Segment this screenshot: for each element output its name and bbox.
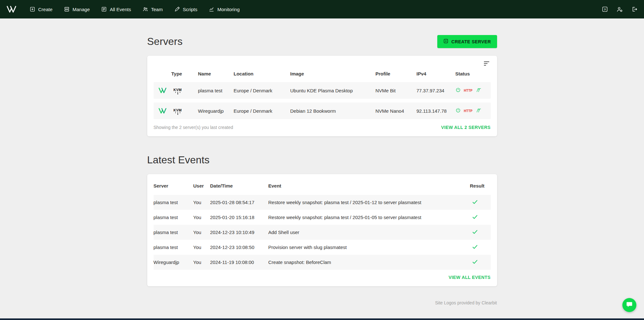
server-location: Europe / Denmark	[234, 108, 290, 114]
webdock-logo-icon	[6, 5, 17, 13]
event-server: plasma test	[154, 215, 193, 220]
top-navbar: Create Manage All Events	[0, 0, 644, 18]
main-content: Servers CREATE SERVER Type Name Location…	[147, 35, 497, 286]
view-all-servers-link[interactable]: VIEW ALL 2 SERVERS	[441, 125, 491, 130]
event-description: Add Shell user	[268, 230, 470, 235]
servers-card-footer: Showing the 2 server(s) you last created…	[154, 125, 491, 130]
nav-item-label: Team	[151, 7, 163, 12]
col-datetime: Date/Time	[210, 183, 268, 188]
success-check-icon	[472, 229, 478, 236]
servers-header: Servers CREATE SERVER	[147, 35, 497, 48]
server-row[interactable]: KVM Wireguardjp Europe / Denmark Debian …	[154, 103, 491, 119]
event-result	[470, 199, 491, 206]
http-status-badge: HTTP	[464, 89, 473, 92]
server-name: Wireguardjp	[198, 108, 234, 114]
event-server: plasma test	[154, 245, 193, 250]
team-icon	[142, 6, 148, 12]
server-brand-logo-icon	[154, 87, 171, 94]
server-profile: NVMe Nano4	[376, 108, 417, 114]
create-server-button[interactable]: CREATE SERVER	[437, 35, 497, 48]
success-check-icon	[472, 199, 478, 206]
col-result: Result	[470, 183, 491, 188]
event-user: You	[193, 230, 210, 235]
server-type: KVM	[171, 107, 198, 115]
nav-item-monitoring[interactable]: Monitoring	[204, 4, 244, 15]
event-row: plasma test You 2024-12-23 10:08:50 Prov…	[154, 240, 491, 255]
account-settings-icon[interactable]	[616, 6, 623, 13]
event-server: plasma test	[154, 200, 193, 205]
plus-square-icon	[30, 6, 35, 12]
server-name: plasma test	[198, 88, 234, 93]
event-result	[470, 244, 491, 251]
event-datetime: 2024-12-23 10:08:50	[210, 245, 268, 250]
server-status: HTTP	[455, 87, 491, 94]
chart-icon	[209, 6, 214, 12]
kvm-icon: KVM	[171, 109, 184, 115]
events-card: Server User Date/Time Event Result plasm…	[147, 174, 497, 286]
power-on-icon	[455, 87, 461, 94]
kvm-icon: KVM	[171, 88, 184, 95]
nav-item-label: Monitoring	[217, 7, 239, 12]
event-user: You	[193, 215, 210, 220]
pen-icon	[174, 6, 180, 12]
event-result	[470, 229, 491, 236]
nav-item-label: Manage	[73, 7, 90, 12]
event-user: You	[193, 245, 210, 250]
server-type: KVM	[171, 87, 198, 95]
servers-footer-note: Showing the 2 server(s) you last created	[154, 125, 233, 130]
event-user: You	[193, 260, 210, 265]
servers-card-toolbar	[154, 60, 491, 68]
server-ipv4: 77.37.97.234	[417, 88, 455, 93]
success-check-icon	[472, 244, 478, 251]
nav-items: Create Manage All Events	[25, 4, 244, 15]
col-ipv4: IPv4	[417, 71, 455, 76]
nav-item-scripts[interactable]: Scripts	[170, 4, 202, 15]
server-image: Debian 12 Bookworm	[290, 108, 376, 114]
nav-right-icons: ?	[602, 6, 638, 13]
servers-table-header: Type Name Location Image Profile IPv4 St…	[154, 68, 491, 82]
create-server-icon	[443, 39, 448, 45]
server-row[interactable]: KVM plasma test Europe / Denmark Ubuntu …	[154, 82, 491, 99]
sort-icon[interactable]	[482, 60, 491, 68]
event-datetime: 2024-12-23 10:10:49	[210, 230, 268, 235]
bottom-bar	[0, 318, 644, 320]
nav-item-team[interactable]: Team	[138, 4, 167, 15]
col-profile: Profile	[376, 71, 417, 76]
logout-icon[interactable]	[631, 6, 638, 12]
col-location: Location	[234, 71, 290, 76]
chat-widget-button[interactable]	[622, 298, 636, 312]
nav-item-manage[interactable]: Manage	[60, 4, 94, 15]
nav-item-label: All Events	[110, 7, 131, 12]
success-check-icon	[472, 214, 478, 221]
events-card-footer: VIEW ALL EVENTS	[154, 275, 491, 280]
chat-icon	[626, 301, 633, 309]
view-all-events-link[interactable]: VIEW ALL EVENTS	[448, 275, 490, 280]
nav-item-create[interactable]: Create	[25, 4, 57, 15]
help-icon[interactable]: ?	[602, 6, 608, 12]
event-description: Provision server with slug plasmatest	[268, 245, 470, 250]
nav-item-label: Create	[38, 7, 52, 12]
event-description: Restore weekly snapshot: plasma test / 2…	[268, 200, 470, 205]
event-row: Wireguardjp You 2024-11-19 10:08:00 Crea…	[154, 255, 491, 270]
svg-text:?: ?	[604, 8, 606, 11]
event-row: plasma test You 2024-12-23 10:10:49 Add …	[154, 225, 491, 240]
event-list-icon	[101, 6, 107, 12]
servers-card: Type Name Location Image Profile IPv4 St…	[147, 56, 497, 136]
nav-item-label: Scripts	[183, 7, 197, 12]
event-datetime: 2024-11-19 10:08:00	[210, 260, 268, 265]
col-user: User	[193, 183, 210, 188]
webdock-logo[interactable]	[6, 5, 17, 13]
col-image: Image	[290, 71, 376, 76]
http-status-badge: HTTP	[464, 109, 473, 113]
server-image: Ubuntu KDE Plasma Desktop	[290, 88, 376, 93]
event-description: Restore weekly snapshot: plasma test / 2…	[268, 215, 470, 220]
server-brand-logo-icon	[154, 108, 171, 114]
server-profile: NVMe Bit	[376, 88, 417, 93]
server-stack-icon	[64, 6, 70, 12]
power-on-icon	[455, 108, 461, 114]
event-row: plasma test You 2025-01-28 08:54:17 Rest…	[154, 195, 491, 210]
nav-item-all-events[interactable]: All Events	[97, 4, 135, 15]
server-ipv4: 92.113.147.78	[417, 108, 455, 114]
event-server: plasma test	[154, 230, 193, 235]
event-result	[470, 214, 491, 221]
